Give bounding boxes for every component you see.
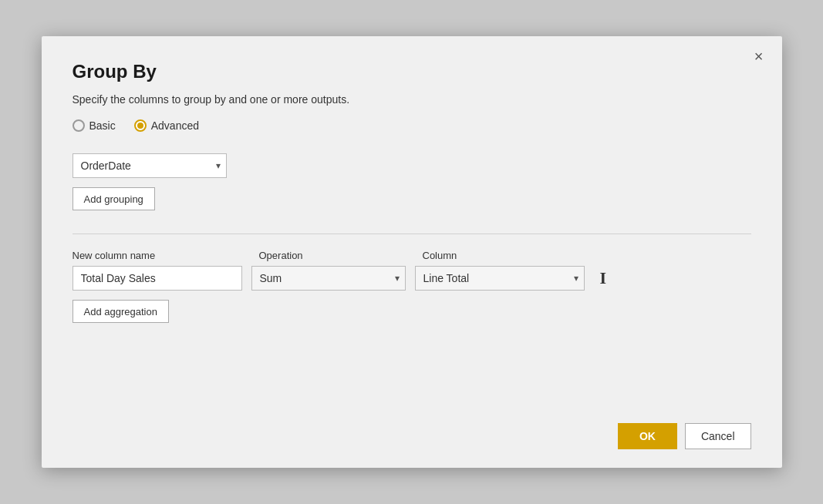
ok-button[interactable]: OK [618, 423, 677, 449]
group-by-dialog: × Group By Specify the columns to group … [42, 36, 782, 468]
close-button[interactable]: × [748, 45, 770, 67]
column-dropdown[interactable]: Line Total OrderQty UnitPrice UnitPriceD… [415, 266, 585, 291]
dialog-title: Group By [73, 61, 751, 82]
groupby-dropdown-wrapper: OrderDate SalesOrderID CustomerID Produc… [73, 153, 751, 178]
add-aggregation-button[interactable]: Add aggregation [73, 300, 169, 323]
operation-label: Operation [259, 250, 413, 261]
operation-dropdown[interactable]: Sum Average Min Max Count Count Distinct [251, 266, 406, 291]
groupby-dropdown-container: OrderDate SalesOrderID CustomerID Produc… [73, 153, 227, 178]
dialog-subtitle: Specify the columns to group by and one … [73, 93, 751, 106]
groupby-dropdown[interactable]: OrderDate SalesOrderID CustomerID Produc… [73, 153, 227, 178]
aggregation-section: New column name Operation Column Sum Ave… [73, 250, 751, 323]
new-column-input[interactable] [73, 266, 242, 291]
agg-inputs-row: Sum Average Min Max Count Count Distinct… [73, 266, 751, 291]
column-label: Column [423, 250, 457, 261]
radio-basic-input[interactable] [73, 119, 85, 132]
radio-advanced-input[interactable] [134, 119, 147, 132]
operation-dropdown-container: Sum Average Min Max Count Count Distinct [251, 266, 406, 291]
cursor-indicator: I [600, 268, 607, 288]
groupby-section: OrderDate SalesOrderID CustomerID Produc… [73, 153, 751, 210]
cancel-button[interactable]: Cancel [685, 423, 751, 449]
radio-group: Basic Advanced [73, 119, 751, 132]
agg-labels-row: New column name Operation Column [73, 250, 751, 261]
new-column-label: New column name [73, 250, 250, 261]
add-grouping-button[interactable]: Add grouping [73, 187, 155, 210]
radio-basic[interactable]: Basic [73, 119, 116, 132]
radio-advanced[interactable]: Advanced [134, 119, 199, 132]
radio-advanced-label: Advanced [151, 119, 199, 132]
column-dropdown-container: Line Total OrderQty UnitPrice UnitPriceD… [415, 266, 585, 291]
radio-basic-label: Basic [89, 119, 116, 132]
section-divider [73, 234, 751, 234]
dialog-footer: OK Cancel [618, 423, 751, 449]
